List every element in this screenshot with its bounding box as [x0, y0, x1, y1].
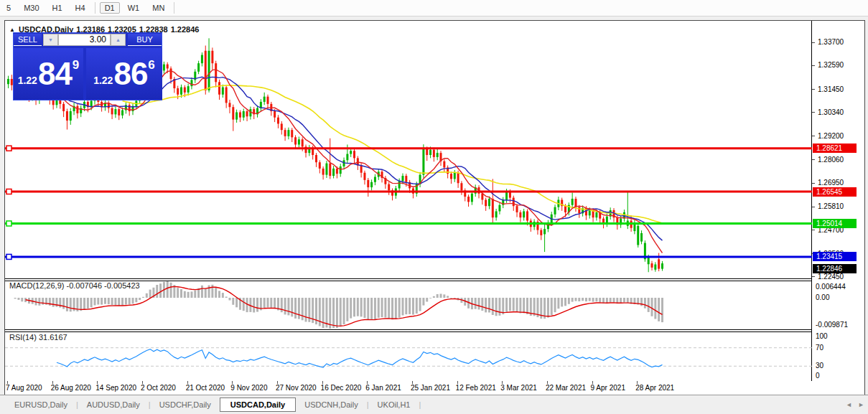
buy-price-pip: 6 — [148, 58, 154, 72]
date-tick-label: 9 Apr 2021 — [591, 384, 625, 392]
date-tick-label: 28 Apr 2021 — [635, 384, 674, 392]
price-tick-mark — [812, 159, 815, 160]
buy-price-big: 86 — [113, 52, 147, 95]
buy-price-prefix: 1.22 — [93, 75, 113, 86]
line-price-badge: 1.26545 — [813, 187, 857, 197]
date-tick-label: 27 Nov 2020 — [276, 384, 317, 392]
macd-indicator-label: MACD(12,26,9) -0.007046 -0.005423 — [9, 281, 140, 290]
price-tick-mark — [812, 65, 815, 66]
sell-price-pip: 9 — [73, 58, 79, 72]
line-handle[interactable] — [6, 146, 11, 151]
timeframe-button-d1[interactable]: D1 — [100, 2, 120, 14]
tab-usdcad[interactable]: USDCAD,Daily — [220, 397, 296, 412]
rsi-axis-label: 70 — [816, 344, 864, 352]
tab-scroll-right-icon[interactable]: ► — [858, 401, 864, 408]
date-tick-label: 21 Oct 2020 — [186, 384, 225, 392]
timeframe-toolbar: 5M30H1H4D1W1MN — [0, 0, 868, 17]
tab-eurusd[interactable]: EURUSD,Daily — [6, 397, 76, 412]
timeframe-button-m30[interactable]: M30 — [19, 2, 44, 14]
timeframe-button-w1[interactable]: W1 — [123, 2, 145, 14]
rsi-indicator-label: RSI(14) 31.6167 — [9, 333, 67, 342]
date-tick-label: 6 Jan 2021 — [365, 384, 401, 392]
moving-average-line — [123, 85, 663, 223]
toolbar-separator — [95, 2, 95, 14]
line-price-badge: 1.25014 — [813, 219, 857, 228]
price-tick-mark — [812, 230, 815, 230]
timeframe-button-mn[interactable]: MN — [147, 2, 169, 14]
sell-price-button[interactable]: 1.22 84 9 — [14, 48, 83, 100]
date-tick-label: 3 Mar 2021 — [500, 384, 537, 392]
tab-audusd[interactable]: AUDUSD,Daily — [78, 397, 149, 412]
price-tick-label: 1.30340 — [818, 108, 862, 117]
price-tick-label: 1.31450 — [818, 85, 862, 94]
sell-button[interactable]: SELL — [14, 34, 42, 46]
toolbar-separator — [174, 2, 174, 14]
macd-max-label: 0.006444 — [816, 283, 864, 291]
price-tick-label: 1.33700 — [818, 38, 862, 47]
date-tick-label: 25 Jan 2021 — [411, 384, 450, 392]
line-handle[interactable] — [6, 254, 11, 259]
timeframe-button-h1[interactable]: H1 — [47, 2, 67, 14]
rsi-axis-label: 30 — [816, 362, 864, 370]
arrow-up-icon: ▲ — [116, 37, 121, 42]
buy-price-button[interactable]: 1.22 86 6 — [86, 48, 162, 100]
timeframe-button-h4[interactable]: H4 — [70, 2, 90, 14]
tab-ukoil[interactable]: UKOil,H1 — [369, 397, 419, 412]
date-tick-label: 22 Mar 2021 — [546, 384, 586, 392]
line-price-badge: 1.28621 — [813, 144, 857, 153]
date-tick-label: 12 Feb 2021 — [456, 384, 496, 392]
price-tick-label: 1.22450 — [818, 273, 862, 281]
buy-button[interactable]: BUY — [128, 34, 162, 46]
trade-panel-top-row: SELL ▼ 3.00 ▲ BUY — [14, 33, 162, 47]
sell-price-big: 84 — [38, 52, 72, 95]
tab-separator: | — [419, 400, 421, 409]
macd-zero-label: 0.00 — [816, 293, 864, 302]
rsi-axis-label: 0 — [816, 372, 864, 380]
price-tick-mark — [812, 42, 815, 43]
one-click-trade-panel: SELL ▼ 3.00 ▲ BUY 1.22 84 9 1.22 86 6 — [13, 32, 162, 100]
price-tick-mark — [812, 183, 815, 184]
line-handle[interactable] — [6, 189, 11, 194]
date-tick-label: 9 Nov 2020 — [230, 384, 267, 392]
date-axis[interactable]: 7 Aug 202026 Aug 202014 Sep 20202 Oct 20… — [5, 381, 864, 394]
volume-increase-button[interactable]: ▲ — [111, 34, 126, 46]
date-tick-label: 16 Dec 2020 — [321, 384, 362, 392]
date-tick-label: 2 Oct 2020 — [141, 384, 176, 392]
moving-average-line — [50, 77, 662, 240]
close-value: 1.22846 — [171, 25, 200, 34]
date-tick-label: 26 Aug 2020 — [51, 384, 91, 392]
date-tick-label: 14 Sep 2020 — [95, 384, 136, 392]
rsi-line — [57, 349, 663, 367]
tab-usdcnh[interactable]: USDCNH,Daily — [296, 397, 367, 412]
line-price-badge: 1.23415 — [813, 252, 857, 261]
line-handle[interactable] — [6, 221, 11, 226]
sell-price-prefix: 1.22 — [18, 75, 37, 86]
price-tick-mark — [812, 89, 815, 90]
price-tick-label: 1.25810 — [818, 202, 862, 211]
timeframe-button-5[interactable]: 5 — [1, 2, 16, 14]
macd-min-label: -0.009871 — [816, 321, 864, 329]
price-tick-mark — [812, 207, 815, 207]
current-price-badge: 1.22846 — [813, 264, 857, 273]
trading-platform-window: 5M30H1H4D1W1MN ▲USDCAD,Daily1.231861.232… — [0, 0, 868, 414]
arrow-down-icon: ▼ — [48, 37, 53, 42]
price-tick-label: 1.29200 — [818, 132, 862, 141]
chart-tab-bar: EURUSD,Daily|AUDUSD,Daily|USDCHF,DailyUS… — [0, 395, 868, 414]
price-tick-mark — [812, 112, 815, 113]
rsi-axis-label: 100 — [816, 332, 864, 341]
volume-decrease-button[interactable]: ▼ — [43, 34, 58, 46]
price-tick-label: 1.26950 — [818, 179, 862, 187]
price-tick-mark — [812, 276, 815, 277]
price-tick-mark — [812, 136, 815, 136]
price-tick-label: 1.28060 — [818, 156, 862, 164]
date-tick-label: 7 Aug 2020 — [6, 384, 42, 392]
volume-input[interactable]: 3.00 — [58, 34, 111, 46]
price-tick-label: 1.32590 — [818, 61, 862, 70]
tab-scroll-left-icon[interactable]: ◄ — [846, 401, 852, 408]
tab-usdchf[interactable]: USDCHF,Daily — [151, 397, 220, 412]
